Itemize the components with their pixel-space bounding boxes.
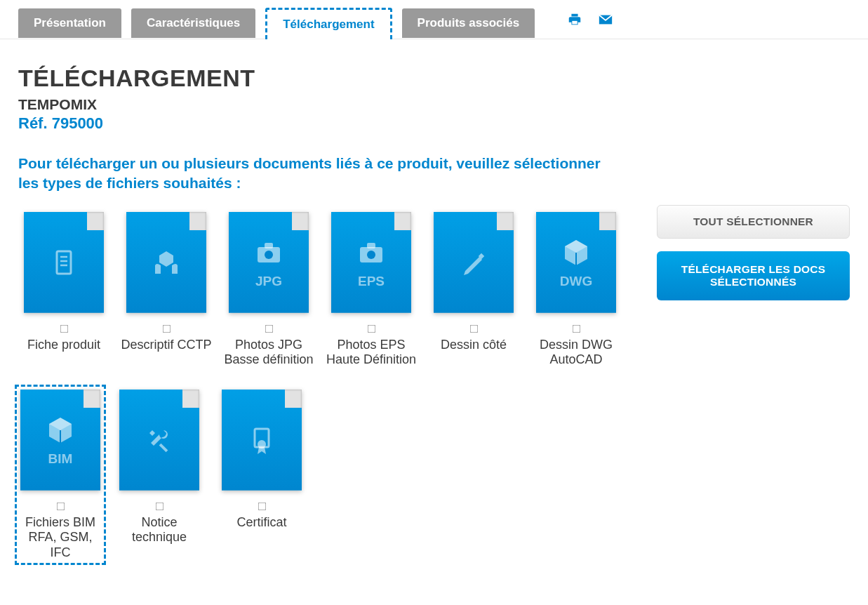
tab-caracteristiques[interactable]: Caractéristiques	[131, 8, 255, 38]
file-icon	[119, 390, 199, 491]
print-icon[interactable]	[566, 12, 584, 30]
file-icon: DWG	[536, 212, 616, 313]
tabs-bar: Présentation Caractéristiques Télécharge…	[0, 0, 868, 39]
download-main: TÉLÉCHARGEMENT TEMPOMIX Réf. 795000 Pour…	[18, 65, 629, 560]
doc-checkbox[interactable]	[162, 324, 171, 333]
doc-label: Photos EPS Haute Définition	[326, 338, 417, 380]
download-selected-button[interactable]: TÉLÉCHARGER LES DOCS SÉLECTIONNÉS	[657, 251, 850, 300]
product-name: TEMPOMIX	[18, 96, 629, 113]
tab-presentation[interactable]: Présentation	[18, 8, 121, 38]
tab-telechargement[interactable]: Téléchargement	[265, 8, 392, 39]
file-extension: EPS	[358, 274, 385, 289]
doc-checkbox[interactable]	[265, 324, 273, 333]
doc-label: Fiche produit	[27, 338, 100, 380]
select-all-button[interactable]: TOUT SÉLECTIONNER	[657, 205, 850, 239]
doc-label: Dessin côté	[441, 338, 507, 380]
product-reference: Réf. 795000	[18, 114, 629, 133]
side-actions: TOUT SÉLECTIONNER TÉLÉCHARGER LES DOCS S…	[657, 65, 850, 300]
doc-label: Photos JPG Basse définition	[223, 338, 314, 380]
file-icon	[24, 212, 104, 313]
file-icon: BIM	[20, 390, 100, 491]
documents-grid: Fiche produitDescriptif CCTPJPGPhotos JP…	[18, 212, 629, 561]
doc-label: Fichiers BIM RFA, GSM, IFC	[18, 515, 102, 561]
page-title: TÉLÉCHARGEMENT	[18, 65, 629, 92]
doc-checkbox[interactable]	[367, 324, 375, 333]
file-extension: BIM	[48, 451, 73, 467]
download-instructions: Pour télécharger un ou plusieurs documen…	[18, 154, 608, 194]
doc-item[interactable]: DWGDessin DWG AutoCAD	[530, 212, 622, 380]
doc-checkbox[interactable]	[258, 502, 266, 510]
doc-label: Certificat	[236, 515, 286, 557]
doc-item[interactable]: Notice technique	[114, 390, 205, 561]
file-extension: DWG	[560, 274, 592, 289]
file-icon	[126, 212, 206, 313]
file-extension: JPG	[255, 274, 282, 289]
doc-checkbox[interactable]	[572, 324, 580, 333]
doc-label: Notice technique	[114, 515, 205, 557]
doc-label: Descriptif CCTP	[121, 338, 211, 380]
doc-item[interactable]: Descriptif CCTP	[121, 212, 212, 380]
doc-checkbox[interactable]	[469, 324, 478, 333]
file-icon: JPG	[229, 212, 309, 313]
doc-item[interactable]: BIMFichiers BIM RFA, GSM, IFC	[15, 385, 106, 566]
file-icon	[222, 390, 302, 491]
file-icon	[434, 212, 514, 313]
doc-item[interactable]: Dessin côté	[428, 212, 519, 380]
tab-produits-associes[interactable]: Produits associés	[402, 8, 535, 38]
mail-icon[interactable]	[596, 12, 615, 30]
doc-item[interactable]: Certificat	[216, 390, 307, 561]
doc-checkbox[interactable]	[60, 324, 68, 333]
svg-rect-12	[572, 20, 577, 24]
doc-checkbox[interactable]	[56, 502, 65, 510]
doc-checkbox[interactable]	[155, 502, 163, 510]
doc-label: Dessin DWG AutoCAD	[530, 338, 622, 380]
doc-item[interactable]: EPSPhotos EPS Haute Définition	[326, 212, 417, 380]
doc-item[interactable]: JPGPhotos JPG Basse définition	[223, 212, 314, 380]
file-icon: EPS	[331, 212, 411, 313]
doc-item[interactable]: Fiche produit	[18, 212, 109, 380]
